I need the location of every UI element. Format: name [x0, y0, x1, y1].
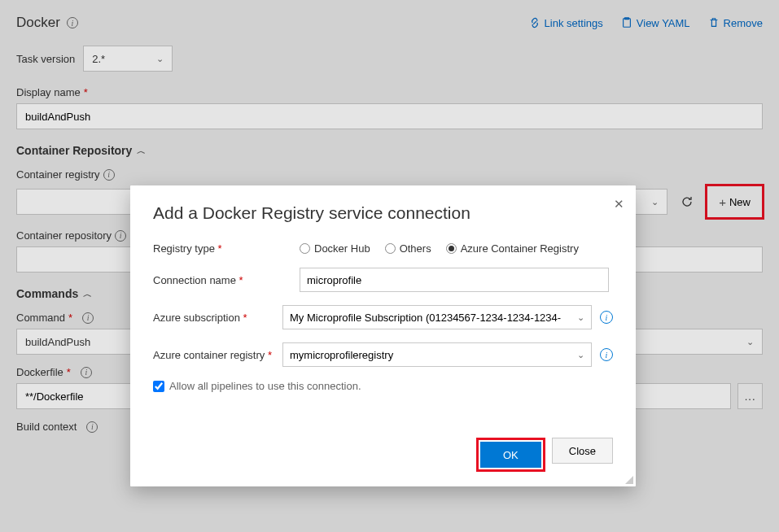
allow-all-row: Allow all pipelines to use this connecti… — [153, 380, 613, 392]
acr-value: mymicroprofileregistry — [290, 349, 393, 361]
acr-select[interactable]: mymicroprofileregistry ⌄ — [282, 342, 592, 367]
azure-subscription-select[interactable]: My Microprofile Subscription (01234567-1… — [282, 305, 592, 329]
chevron-down-icon: ⌄ — [577, 312, 584, 323]
registry-type-label: Registry type * — [153, 242, 300, 255]
registry-type-row: Registry type * Docker Hub Others Azure … — [153, 242, 613, 255]
modal-title: Add a Docker Registry service connection — [153, 203, 613, 223]
close-icon[interactable]: ✕ — [614, 197, 624, 211]
info-icon[interactable]: i — [600, 348, 613, 361]
add-registry-modal: ✕ Add a Docker Registry service connecti… — [130, 185, 636, 486]
azure-subscription-label: Azure subscription * — [153, 312, 282, 324]
registry-type-radios: Docker Hub Others Azure Container Regist… — [300, 242, 613, 255]
ok-highlight: OK — [476, 438, 545, 472]
connection-name-label: Connection name * — [153, 274, 300, 286]
ok-button[interactable]: OK — [480, 442, 541, 468]
radio-icon — [385, 243, 396, 254]
azure-subscription-row: Azure subscription * My Microprofile Sub… — [153, 305, 613, 329]
allow-all-label: Allow all pipelines to use this connecti… — [169, 380, 361, 392]
azure-subscription-value: My Microprofile Subscription (01234567-1… — [290, 312, 561, 324]
close-button[interactable]: Close — [552, 438, 613, 464]
acr-row: Azure container registry * mymicroprofil… — [153, 342, 613, 367]
allow-all-checkbox[interactable] — [153, 381, 164, 392]
radio-icon — [446, 243, 457, 254]
acr-label: Azure container registry * — [153, 349, 282, 361]
modal-footer: OK Close — [476, 438, 613, 472]
radio-others[interactable]: Others — [385, 242, 431, 255]
radio-acr[interactable]: Azure Container Registry — [446, 242, 579, 255]
radio-icon — [300, 243, 310, 254]
resize-handle[interactable] — [623, 473, 634, 485]
info-icon[interactable]: i — [600, 311, 613, 324]
connection-name-input[interactable] — [300, 268, 609, 292]
radio-docker-hub[interactable]: Docker Hub — [300, 242, 370, 255]
chevron-down-icon: ⌄ — [577, 350, 584, 360]
connection-name-row: Connection name * — [153, 268, 613, 292]
